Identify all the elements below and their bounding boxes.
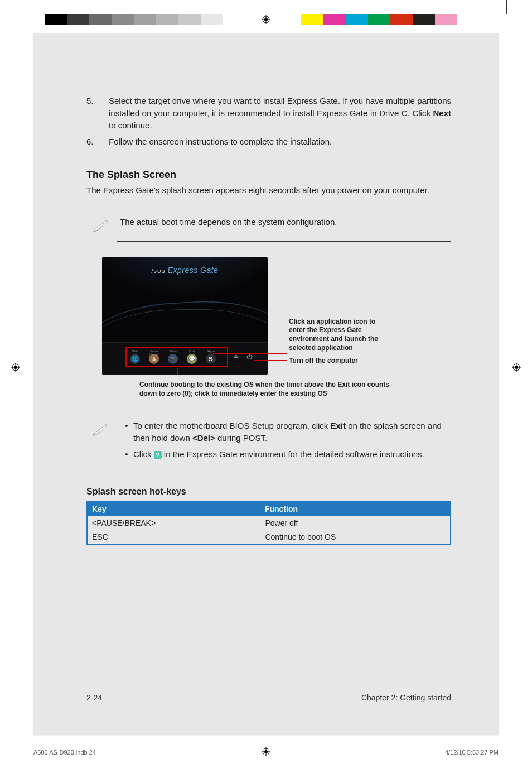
hotkeys-table: Key Function <PAUSE/BREAK> Power off ESC… [86, 501, 451, 545]
registration-mark-icon [262, 15, 270, 26]
step-text: Follow the onscreen instructions to comp… [109, 136, 451, 148]
cell: Power off [260, 516, 451, 530]
callout-line [254, 360, 287, 361]
callout-exit: Continue booting to the existing OS when… [139, 380, 402, 398]
text: To enter the motherboard BIOS Setup prog… [133, 421, 331, 430]
registration-mark-right-icon [512, 363, 521, 373]
callout-app: Click an application icon to enter the E… [289, 318, 389, 352]
web-icon: 🌐 [130, 354, 140, 364]
dock-label: Chat [185, 349, 199, 353]
step-5: 5. Select the target drive where you wan… [86, 95, 451, 131]
table-row: <PAUSE/BREAK> Power off [87, 516, 451, 530]
text: in the Express Gate environment for the … [162, 449, 424, 459]
logo-text: Express Gate [168, 266, 219, 275]
step-number: 6. [86, 136, 109, 148]
step-text: Select the target drive where you want t… [109, 95, 451, 131]
note2-item-1: • To enter the motherboard BIOS Setup pr… [120, 420, 451, 444]
intro-paragraph: The Express Gate's splash screen appears… [86, 184, 451, 196]
indb-timestamp: 4/12/10 5:53:27 PM [445, 749, 499, 756]
note-block-2: • To enter the motherboard BIOS Setup pr… [86, 414, 451, 471]
chapter-label: Chapter 2: Getting started [361, 693, 451, 702]
heading-hotkeys: Splash screen hot-keys [86, 487, 451, 497]
bold-text: Exit [331, 421, 346, 430]
th-function: Function [260, 502, 451, 516]
dock-label: Skype [204, 349, 218, 353]
express-gate-logo: /SUSExpress Gate [102, 266, 268, 275]
step-number: 5. [86, 95, 109, 131]
pen-note-icon [86, 216, 114, 236]
splash-screenshot: /SUSExpress Gate Web🌐 Online Games♟ Phot… [102, 257, 268, 375]
chat-icon: 💬 [187, 354, 197, 364]
splash-screen-figure: /SUSExpress Gate Web🌐 Online Games♟ Phot… [86, 257, 451, 408]
text: Follow the onscreen instructions to comp… [109, 137, 332, 146]
note-text: The actual boot time depends on the syst… [114, 216, 451, 228]
step-6: 6. Follow the onscreen instructions to c… [86, 136, 451, 148]
page-footer: 2-24 Chapter 2: Getting started [86, 693, 451, 702]
print-crop-marks [0, 0, 532, 33]
cell: <PAUSE/BREAK> [87, 516, 260, 530]
callout-power: Turn off the computer [289, 357, 358, 366]
indb-file: A500 AS-D920.indb 24 [33, 749, 96, 756]
dock-label: Online Games [147, 349, 161, 353]
document-page: 5. Select the target drive where you wan… [33, 33, 499, 735]
th-key: Key [87, 502, 260, 516]
skype-icon: S [206, 354, 216, 364]
asus-brand: /SUS [152, 268, 166, 274]
note-block-1: The actual boot time depends on the syst… [86, 210, 451, 242]
bold-text: <Del> [192, 433, 215, 443]
text: during POST. [215, 433, 267, 443]
callout-line [213, 353, 287, 354]
note2-item-2: • Click ? in the Express Gate environmen… [120, 448, 451, 460]
text: Click [133, 449, 154, 459]
bold-text: Next [433, 108, 451, 118]
registration-mark-left-icon [11, 363, 20, 373]
dock-label: Photo [166, 349, 180, 353]
photo-icon: 📷 [168, 354, 178, 364]
cell: Continue to boot OS [260, 530, 451, 545]
dock-label: Web [128, 349, 142, 353]
cell: ESC [87, 530, 260, 545]
help-icon: ? [154, 451, 162, 459]
table-row: ESC Continue to boot OS [87, 530, 451, 545]
heading-splash-screen: The Splash Screen [86, 169, 451, 181]
registration-mark-bottom-icon [262, 747, 270, 758]
text: Select the target drive where you want t… [109, 96, 451, 118]
pen-note-icon [86, 420, 114, 439]
text: to continue. [109, 121, 152, 130]
page-number: 2-24 [86, 693, 102, 702]
